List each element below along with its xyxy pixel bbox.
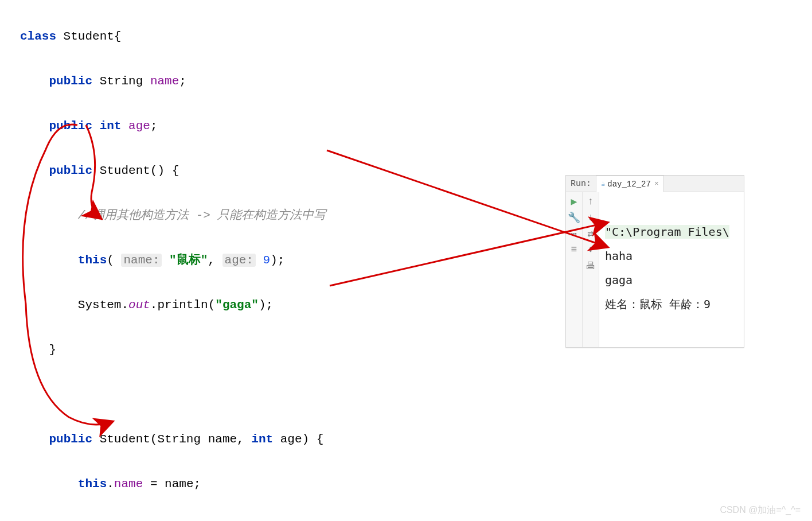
run-output[interactable]: "C:\Program Files\ haha gaga 姓名：鼠标 年龄：9 xyxy=(599,192,744,347)
run-button[interactable]: ▶ xyxy=(568,196,580,207)
code-line: class Student{ xyxy=(20,25,620,48)
print-icon[interactable]: 🖶 xyxy=(585,260,596,271)
run-toolbar-left: ▶ 🔧 ⋯ ≡ xyxy=(566,192,583,347)
output-line: 姓名：鼠标 年龄：9 xyxy=(605,297,710,311)
wrap-icon[interactable]: ⇄ xyxy=(585,228,596,239)
output-line: haha xyxy=(605,249,633,263)
output-cmdline: "C:\Program Files\ xyxy=(605,225,729,239)
code-line xyxy=(20,383,620,406)
close-icon[interactable]: × xyxy=(654,180,659,188)
more-icon[interactable]: ⋯ xyxy=(568,228,580,239)
layout-icon[interactable]: ≡ xyxy=(568,244,580,255)
run-label: Run: xyxy=(571,179,591,189)
code-line: public int age; xyxy=(20,115,620,137)
code-line: public String name; xyxy=(20,70,620,92)
code-line: this( name: "鼠标", age: 9); xyxy=(20,249,620,271)
java-icon: ☕ xyxy=(601,180,605,188)
settings-icon[interactable]: 🔧 xyxy=(568,212,580,223)
run-header: Run: ☕ day_12_27 × xyxy=(566,176,744,192)
code-line: this.name = name; xyxy=(20,473,620,495)
up-arrow-icon[interactable]: ↑ xyxy=(585,196,596,207)
run-tab[interactable]: ☕ day_12_27 × xyxy=(596,176,664,192)
code-line: //调用其他构造方法 -> 只能在构造方法中写 xyxy=(20,204,620,227)
watermark: CSDN @加油=^_^= xyxy=(720,504,801,516)
scroll-icon[interactable]: ⬇ xyxy=(585,244,596,255)
code-line: public Student() { xyxy=(20,160,620,182)
run-tab-label: day_12_27 xyxy=(607,180,651,189)
output-line: gaga xyxy=(605,273,633,287)
code-line: } xyxy=(20,339,620,361)
run-toolbar-right: ↑ ↓ ⇄ ⬇ 🖶 xyxy=(583,192,599,347)
down-arrow-icon[interactable]: ↓ xyxy=(585,212,596,223)
code-line: public Student(String name, int age) { xyxy=(20,428,620,450)
code-line: System.out.println("gaga"); xyxy=(20,294,620,316)
code-editor[interactable]: class Student{ public String name; publi… xyxy=(20,3,620,521)
code-line: this.age = age; xyxy=(20,518,620,521)
run-panel: Run: ☕ day_12_27 × ▶ 🔧 ⋯ ≡ ↑ ↓ ⇄ ⬇ 🖶 "C:… xyxy=(565,175,744,348)
